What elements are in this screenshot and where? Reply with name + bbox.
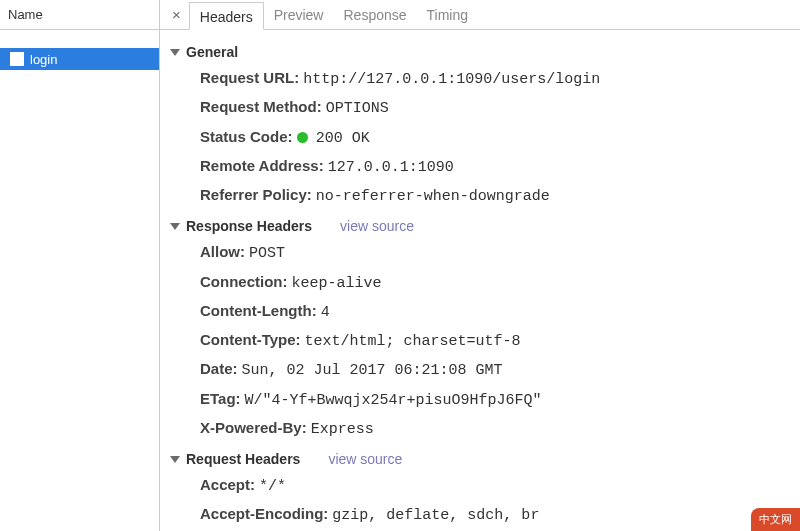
- kv-referrer-policy: Referrer Policy:no-referrer-when-downgra…: [170, 181, 790, 210]
- kv-accept: Accept:*/*: [170, 471, 790, 500]
- key-label: Content-Type:: [200, 331, 301, 348]
- section-general-header[interactable]: General: [170, 36, 790, 64]
- kv-request-url: Request URL:http://127.0.0.1:1090/users/…: [170, 64, 790, 93]
- status-dot-icon: [297, 132, 308, 143]
- view-source-link[interactable]: view source: [328, 451, 402, 467]
- key-label: Content-Length:: [200, 302, 317, 319]
- key-label: Request URL:: [200, 69, 299, 86]
- section-title: Request Headers: [186, 451, 300, 467]
- file-icon: [10, 52, 24, 66]
- close-icon[interactable]: ×: [164, 6, 189, 23]
- request-item-label: login: [30, 52, 57, 67]
- section-title: General: [186, 44, 238, 60]
- value-text: 4: [321, 304, 330, 321]
- tab-response[interactable]: Response: [333, 1, 416, 29]
- kv-request-method: Request Method:OPTIONS: [170, 93, 790, 122]
- key-label: Accept-Encoding:: [200, 505, 328, 522]
- requests-sidebar: Name login: [0, 0, 160, 531]
- value-text: no-referrer-when-downgrade: [316, 188, 550, 205]
- value-text: POST: [249, 245, 285, 262]
- disclosure-triangle-icon: [170, 456, 180, 463]
- key-label: Request Method:: [200, 98, 322, 115]
- value-text: gzip, deflate, sdch, br: [332, 507, 539, 524]
- tab-preview[interactable]: Preview: [264, 1, 334, 29]
- kv-content-length: Content-Length:4: [170, 297, 790, 326]
- value-text: W/"4-Yf+Bwwqjx254r+pisuO9HfpJ6FQ": [245, 392, 542, 409]
- key-label: X-Powered-By:: [200, 419, 307, 436]
- kv-status-code: Status Code: 200 OK: [170, 123, 790, 152]
- kv-date: Date:Sun, 02 Jul 2017 06:21:08 GMT: [170, 355, 790, 384]
- request-item-login[interactable]: login: [0, 48, 159, 70]
- request-list: login: [0, 30, 159, 70]
- key-label: Status Code:: [200, 128, 293, 145]
- kv-x-powered-by: X-Powered-By:Express: [170, 414, 790, 443]
- key-label: Accept:: [200, 476, 255, 493]
- key-label: ETag:: [200, 390, 241, 407]
- kv-content-type: Content-Type:text/html; charset=utf-8: [170, 326, 790, 355]
- key-label: Date:: [200, 360, 238, 377]
- value-text: text/html; charset=utf-8: [305, 333, 521, 350]
- section-title: Response Headers: [186, 218, 312, 234]
- key-label: Referrer Policy:: [200, 186, 312, 203]
- value-text: Sun, 02 Jul 2017 06:21:08 GMT: [242, 362, 503, 379]
- value-text: http://127.0.0.1:1090/users/login: [303, 71, 600, 88]
- sidebar-header-name: Name: [0, 0, 159, 30]
- key-label: Allow:: [200, 243, 245, 260]
- tab-headers[interactable]: Headers: [189, 2, 264, 30]
- key-label: Connection:: [200, 273, 288, 290]
- kv-allow: Allow:POST: [170, 238, 790, 267]
- value-text: OPTIONS: [326, 100, 389, 117]
- view-source-link[interactable]: view source: [340, 218, 414, 234]
- tab-timing[interactable]: Timing: [417, 1, 479, 29]
- disclosure-triangle-icon: [170, 49, 180, 56]
- value-text: */*: [259, 478, 286, 495]
- kv-accept-encoding: Accept-Encoding:gzip, deflate, sdch, br: [170, 500, 790, 529]
- key-label: Remote Address:: [200, 157, 324, 174]
- disclosure-triangle-icon: [170, 223, 180, 230]
- headers-content: General Request URL:http://127.0.0.1:109…: [160, 30, 800, 531]
- details-pane: × Headers Preview Response Timing Genera…: [160, 0, 800, 531]
- watermark-badge: 中文网: [751, 508, 800, 531]
- value-text: keep-alive: [292, 275, 382, 292]
- value-text: 127.0.0.1:1090: [328, 159, 454, 176]
- section-response-headers-header[interactable]: Response Headers view source: [170, 210, 790, 238]
- tab-bar: × Headers Preview Response Timing: [160, 0, 800, 30]
- kv-remote-address: Remote Address:127.0.0.1:1090: [170, 152, 790, 181]
- value-text: Express: [311, 421, 374, 438]
- section-request-headers-header[interactable]: Request Headers view source: [170, 443, 790, 471]
- kv-connection: Connection:keep-alive: [170, 268, 790, 297]
- kv-etag: ETag:W/"4-Yf+Bwwqjx254r+pisuO9HfpJ6FQ": [170, 385, 790, 414]
- value-text: 200 OK: [316, 130, 370, 147]
